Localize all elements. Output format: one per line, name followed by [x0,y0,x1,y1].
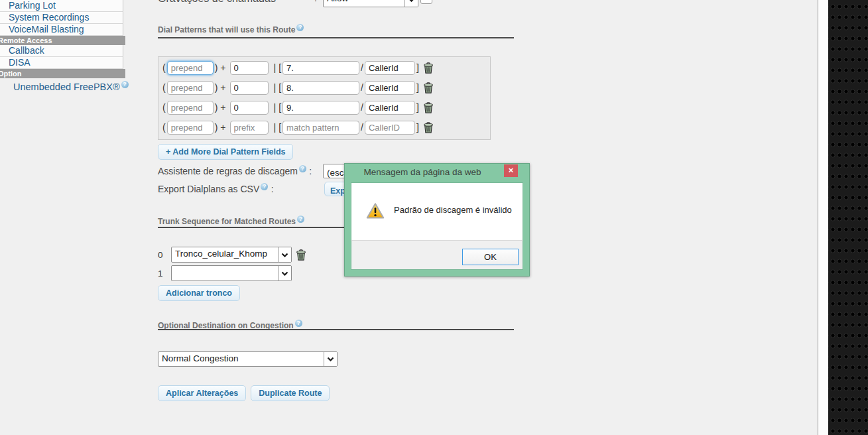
trash-icon[interactable] [423,62,434,74]
call-recording-label: Gravações de chamadas [158,0,276,5]
plus-sign: + [220,82,225,93]
match-pattern-input[interactable] [282,121,359,135]
plus-sign: + [220,62,225,73]
help-icon[interactable]: ? [299,165,306,172]
dial-pattern-row: ( ) + | [ / ] [161,120,434,135]
sidebar-nav: Parking Lot System Recordings VoiceMail … [0,0,125,94]
prefix-input[interactable] [230,81,269,95]
dialog-body: Padrão de discagem é inválido [351,182,523,240]
plus-sign: + [220,122,225,133]
paren-close: ) [215,62,218,73]
callerid-input[interactable] [365,61,415,75]
match-pattern-input[interactable] [282,81,359,95]
prepend-input[interactable] [167,101,214,115]
desktop-background-pattern [828,0,868,435]
sidebar-header-option: Option [0,69,125,78]
match-pattern-input[interactable] [282,101,359,115]
paren-close: ) [215,102,218,113]
sidebar-item-parking-lot[interactable]: Parking Lot [0,0,123,12]
trash-icon[interactable] [423,102,434,113]
dial-pattern-row: ( ) + | [ / ] [161,100,434,115]
warning-icon [366,202,385,219]
pipe-sign: | [274,82,277,93]
help-icon[interactable]: ? [296,24,304,31]
bracket-open: [ [279,62,281,73]
bracket-close: ] [416,62,419,73]
prefix-input[interactable] [230,121,269,135]
dial-pattern-row: ( ) + | [ / ] [161,80,434,95]
trunk-row: 0 Tronco_celular_Khomp [158,247,306,263]
call-recording-select[interactable]: Allow [323,0,418,7]
sidebar-item-unembedded-freepbx[interactable]: Unembedded FreePBX®? [0,81,146,94]
slash-sign: / [361,122,363,133]
slash-sign: / [361,82,363,93]
section-divider [158,37,514,38]
duplicate-route-button[interactable]: Duplicate Route [251,385,330,401]
callerid-input[interactable] [365,121,415,135]
export-dialplans-row: Export Dialplans as CSV? : Exp [158,182,274,196]
trash-icon[interactable] [296,249,306,261]
match-pattern-input[interactable] [282,61,359,75]
add-trunk-button[interactable]: Adicionar tronco [158,285,240,301]
sidebar-item-system-recordings[interactable]: System Recordings [0,12,123,24]
dial-pattern-row: ( ) + | [ / ] [161,60,434,75]
help-icon[interactable]: ? [297,216,304,223]
dial-patterns-title: Dial Patterns that will use this Route? [158,24,304,34]
help-icon[interactable]: ? [261,183,268,190]
prepend-input[interactable] [167,61,214,75]
sidebar-header-remote-access: Remote Access [0,36,125,45]
chevron-down-icon [278,266,291,280]
trash-icon[interactable] [423,122,434,133]
trunk-sequence-title: Trunk Sequence for Matched Routes? [158,216,304,226]
trunk-select-value [172,266,278,280]
congestion-select[interactable]: Normal Congestion [158,351,338,367]
plus-sign: + [220,102,225,113]
prepend-input[interactable] [167,121,214,135]
label-colon: : [309,166,312,176]
bracket-close: ] [416,82,419,93]
trunk-row: 1 [158,265,292,281]
section-divider [158,329,514,330]
add-dial-pattern-button[interactable]: + Add More Dial Pattern Fields [158,144,293,160]
prepend-input[interactable] [167,81,214,95]
sidebar-item-label: Unembedded FreePBX® [13,82,120,92]
help-icon[interactable]: ? [295,320,302,327]
prefix-input[interactable] [230,101,269,115]
ok-button[interactable]: OK [462,249,519,265]
slash-sign: / [361,62,363,73]
sidebar-item-disa[interactable]: DISA [0,57,123,69]
sidebar-item-callback[interactable]: Callback [0,45,123,57]
trunk-index: 0 [158,250,171,260]
close-icon[interactable]: × [504,164,518,177]
dialog-title: Mensagem da página da web [345,164,529,182]
trunk-sequence-title-text: Trunk Sequence for Matched Routes [158,217,296,226]
trunk-index: 1 [158,269,171,279]
bracket-open: [ [279,82,281,93]
export-dialplans-label: Export Dialplans as CSV [158,184,259,194]
pipe-sign: | [274,62,277,73]
scrollbar-track[interactable] [818,0,828,435]
dialog-content: Padrão de discagem é inválido OK [351,182,523,270]
callerid-input[interactable] [365,101,415,115]
dial-rules-wizard-row: Assistente de regras de discagem? : (esc [158,164,312,178]
trash-icon[interactable] [423,82,434,93]
dial-patterns-box: ( ) + | [ / ] ( ) + | [ [158,56,491,140]
chevron-down-icon [324,352,337,366]
call-recording-row: Gravações de chamadas : Allow [158,0,529,8]
webpage-message-dialog: Mensagem da página da web × Padrão de di… [344,163,530,277]
trunk-select[interactable] [171,265,292,281]
paren-open: ( [162,102,166,113]
slash-sign: / [361,102,363,113]
label-colon: : [314,0,317,3]
paren-open: ( [162,122,166,133]
bracket-open: [ [279,122,281,133]
apply-changes-button[interactable]: Aplicar Alterações [158,385,246,401]
help-icon[interactable]: ? [121,81,129,88]
trunk-select[interactable]: Tronco_celular_Khomp [171,247,292,263]
recording-extra-control[interactable] [420,0,432,4]
prefix-input[interactable] [230,61,269,75]
sidebar-item-voicemail-blasting[interactable]: VoiceMail Blasting [0,24,123,36]
dial-patterns-title-text: Dial Patterns that will use this Route [158,25,295,34]
trunk-select-value: Tronco_celular_Khomp [172,247,278,262]
callerid-input[interactable] [365,81,415,95]
